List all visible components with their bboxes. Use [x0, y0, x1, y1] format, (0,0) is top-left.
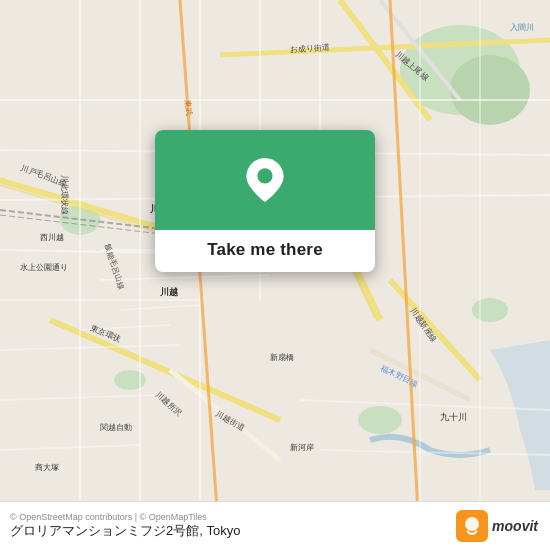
svg-point-2: [450, 55, 530, 125]
svg-point-66: [465, 517, 479, 531]
svg-point-65: [257, 168, 272, 183]
map-container: お成り街道 川越上尾線 川越バイパス 入間川 川北環状線 川戸毛呂山線 飯能毛呂…: [0, 0, 550, 550]
map-pin-icon: [243, 158, 287, 202]
svg-text:川越: 川越: [159, 287, 179, 297]
bottom-bar: © OpenStreetMap contributors | © OpenMap…: [0, 501, 550, 550]
moovit-logo: moovit: [456, 510, 538, 542]
moovit-icon: [456, 510, 488, 542]
svg-text:東武: 東武: [183, 99, 193, 116]
popup-button-area[interactable]: Take me there: [155, 230, 375, 272]
svg-point-5: [358, 406, 402, 434]
bottom-left: © OpenStreetMap contributors | © OpenMap…: [10, 512, 240, 540]
take-me-there-button[interactable]: Take me there: [207, 240, 323, 260]
svg-text:水上公園通り: 水上公園通り: [20, 263, 68, 272]
svg-text:新河岸: 新河岸: [290, 443, 314, 452]
svg-text:九十川: 九十川: [440, 412, 467, 422]
svg-text:商大塚: 商大塚: [35, 463, 59, 472]
location-name: グロリアマンションミフジ2号館, Tokyo: [10, 522, 240, 540]
moovit-text: moovit: [492, 518, 538, 534]
svg-text:入間川: 入間川: [510, 23, 534, 32]
svg-point-6: [114, 370, 146, 390]
map-attribution: © OpenStreetMap contributors | © OpenMap…: [10, 512, 240, 522]
map-svg: お成り街道 川越上尾線 川越バイパス 入間川 川北環状線 川戸毛呂山線 飯能毛呂…: [0, 0, 550, 550]
svg-text:関越自動: 関越自動: [100, 423, 132, 432]
popup-card: Take me there: [155, 130, 375, 272]
svg-point-4: [472, 298, 508, 322]
svg-text:新扇橋: 新扇橋: [270, 353, 294, 362]
svg-text:西川越: 西川越: [40, 233, 64, 242]
popup-green-area: [155, 130, 375, 230]
